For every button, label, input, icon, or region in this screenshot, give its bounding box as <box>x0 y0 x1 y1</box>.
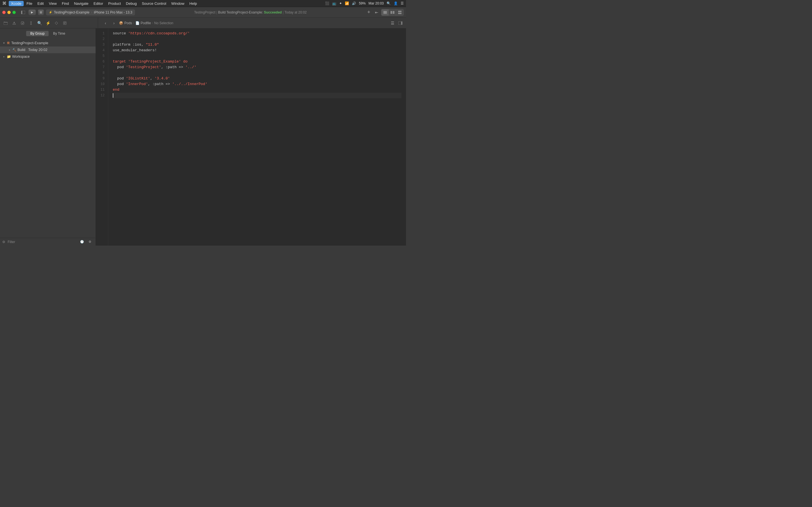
menu-debug[interactable]: Debug <box>124 1 139 6</box>
code-line-4: use_modular_headers! <box>113 48 402 53</box>
filter-by-time-tab[interactable]: By Time <box>49 31 69 36</box>
build-time: Today at 20:02 <box>285 10 307 14</box>
filter-icon: ⚙ <box>2 240 5 244</box>
screen-record-icon: ⬛ <box>325 1 329 5</box>
pods-icon: 📦 <box>119 21 123 25</box>
code-line-8 <box>113 70 402 76</box>
nav-forward-button[interactable]: › <box>110 20 117 26</box>
filter-label: Filter <box>8 240 15 244</box>
nav-folder-icon[interactable] <box>2 20 9 26</box>
run-button[interactable]: ▶ <box>28 9 36 15</box>
workspace-icon: 📁 <box>7 55 11 59</box>
menu-window[interactable]: Window <box>169 1 187 6</box>
add-button[interactable]: + <box>365 9 372 16</box>
menu-editor[interactable]: Editor <box>91 1 105 6</box>
menu-product[interactable]: Product <box>106 1 123 6</box>
nav-warning-icon[interactable]: ⚠ <box>11 20 17 26</box>
build-icon: 🔨 <box>12 48 16 52</box>
sidebar-item-testing-project[interactable]: ▼ 🛠 TestingProject-Example <box>0 40 96 47</box>
svg-rect-6 <box>398 11 402 12</box>
sidebar-bottom-time-icon[interactable]: 🕐 <box>79 238 86 245</box>
menu-navigate[interactable]: Navigate <box>71 1 91 6</box>
sidebar-bottom-settings-icon[interactable]: ⚙ <box>87 238 93 245</box>
nav-breakpoint-icon[interactable] <box>53 20 60 26</box>
svg-point-13 <box>31 24 32 25</box>
sidebar-toggle-button[interactable] <box>20 9 27 16</box>
nav-git-icon[interactable] <box>28 20 35 26</box>
workspace-disclosure: ▸ <box>2 55 6 58</box>
minimize-button[interactable] <box>7 11 11 14</box>
view-toggles <box>381 9 404 16</box>
svg-rect-21 <box>402 21 402 25</box>
editor-related-files[interactable]: ☰ <box>389 20 396 26</box>
code-line-10: pod 'InnerPod', :path => '../../InnerPod… <box>113 81 402 87</box>
svg-rect-9 <box>21 22 24 24</box>
workspace-label: Workspace <box>12 55 30 59</box>
menu-view[interactable]: View <box>47 1 59 6</box>
svg-rect-4 <box>391 11 392 14</box>
menu-help[interactable]: Help <box>187 1 199 6</box>
editor-area[interactable]: 1 2 3 4 5 6 7 8 9 10 11 12 source 'htt <box>96 29 406 245</box>
sidebar-item-workspace[interactable]: ▸ 📁 Workspace <box>0 53 96 60</box>
build-label: Build Today 20:02 <box>17 48 47 52</box>
code-line-1: source 'https://cdn.cocoapods.org/' <box>113 31 402 36</box>
podfile-icon: 📄 <box>135 21 140 25</box>
editor-inspector-toggle[interactable] <box>397 20 404 26</box>
bluetooth-icon: ✦ <box>339 1 342 5</box>
split-horizontal-toggle[interactable] <box>396 9 403 15</box>
build-status: TestingProject | Build TestingProject-Ex… <box>137 10 364 14</box>
wifi-icon: 📶 <box>345 1 349 5</box>
single-view-toggle[interactable] <box>382 9 389 15</box>
split-vertical-toggle[interactable] <box>389 9 396 15</box>
menu-file[interactable]: File <box>24 1 35 6</box>
filter-tabs: By Group By Time <box>0 29 96 39</box>
breadcrumb-sep-1: › <box>133 21 134 24</box>
code-line-5 <box>113 53 402 59</box>
breadcrumb-podfile[interactable]: 📄 Podfile <box>135 21 151 25</box>
line-numbers: 1 2 3 4 5 6 7 8 9 10 11 12 <box>96 29 108 245</box>
fullscreen-button[interactable] <box>12 11 16 14</box>
scheme-name: TestingProject-Example <box>54 10 89 14</box>
code-content[interactable]: source 'https://cdn.cocoapods.org/' plat… <box>108 29 406 245</box>
project-icon: 🛠 <box>7 41 10 45</box>
nav-test-icon[interactable] <box>19 20 26 26</box>
breadcrumb-pods[interactable]: 📦 Pods <box>119 21 132 25</box>
traffic-lights <box>2 11 16 14</box>
project-label: TestingProject-Example <box>11 41 48 45</box>
nav-search-icon[interactable]: 🔍 <box>36 20 43 26</box>
svg-point-12 <box>31 21 32 22</box>
toolbar: ▶ ⚡ TestingProject-Example › iPhone 11 P… <box>0 7 406 18</box>
menu-find[interactable]: Find <box>59 1 71 6</box>
sidebar-item-build[interactable]: ▸ 🔨 Build Today 20:02 <box>0 47 96 53</box>
apple-menu-icon[interactable]: ⌘ <box>2 1 6 6</box>
menubar-right: ⬛ 📺 ✦ 📶 🔊 59% Mar 20:03 🔍 👤 ☰ <box>325 1 404 5</box>
svg-rect-20 <box>398 21 401 25</box>
code-editor[interactable]: 1 2 3 4 5 6 7 8 9 10 11 12 source 'htt <box>96 29 406 245</box>
menu-source-control[interactable]: Source Control <box>140 1 168 6</box>
airplay-icon: 📺 <box>332 1 336 5</box>
nav-back-button[interactable]: ‹ <box>102 20 109 26</box>
filter-by-group-tab[interactable]: By Group <box>26 31 49 36</box>
build-action: Build TestingProject-Example: <box>218 10 263 14</box>
stop-button[interactable] <box>38 9 44 15</box>
svg-rect-1 <box>21 11 22 14</box>
sidebar: By Group By Time ▼ 🛠 TestingProject-Exam… <box>0 29 96 245</box>
list-icon: ☰ <box>401 1 404 5</box>
breadcrumb-podfile-label: Podfile <box>141 21 151 25</box>
menu-xcode[interactable]: Xcode <box>9 1 24 6</box>
breadcrumb-no-selection: No Selection <box>154 21 173 25</box>
menu-edit[interactable]: Edit <box>35 1 46 6</box>
sidebar-bottom: ⚙ Filter 🕐 ⚙ <box>0 238 96 245</box>
scheme-selector[interactable]: ⚡ TestingProject-Example › iPhone 11 Pro… <box>46 9 135 16</box>
scheme-icon: ⚡ <box>49 11 52 14</box>
search-icon[interactable]: 🔍 <box>387 1 391 5</box>
scheme-separator: › <box>91 10 92 14</box>
nav-report-icon[interactable] <box>61 20 68 26</box>
code-line-3: platform :ios, "11.0" <box>113 42 402 48</box>
battery-text: 59% <box>359 1 366 5</box>
main-layout: By Group By Time ▼ 🛠 TestingProject-Exam… <box>0 29 406 245</box>
close-button[interactable] <box>2 11 6 14</box>
nav-issue-icon[interactable]: ⚡ <box>45 20 51 26</box>
return-button[interactable]: ⇤ <box>373 9 380 16</box>
volume-icon: 🔊 <box>352 1 356 5</box>
